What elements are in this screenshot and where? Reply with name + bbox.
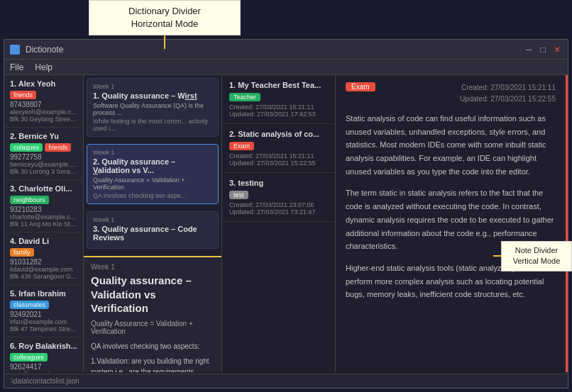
sidebar: 1. Alex Yeoh friends 87438807 alexyeoh@e… <box>4 75 84 372</box>
content-updated: Updated: 27/03/2021 15:22:55 <box>460 94 556 105</box>
contact-email: lidavid@example.com <box>10 266 77 273</box>
contact-tag: family <box>10 248 34 257</box>
list-item-title: 2. Static analysis of co... <box>229 130 328 138</box>
card-title: 3. Quality assurance – Code Reviews <box>93 225 212 242</box>
contact-phone: 87438807 <box>10 101 77 108</box>
card-subtitle: Quality Assurance = Validation + Verific… <box>93 177 212 191</box>
content-panel: Exam Created: 27/03/2021 15:21:11 Update… <box>336 75 568 372</box>
card-subtitle: Software Quality Assurance (QA) is the p… <box>93 102 212 116</box>
contact-name: 5. Irfan Ibrahim <box>10 289 77 298</box>
contact-item-1[interactable]: 1. Alex Yeoh friends 87438807 alexyeoh@e… <box>4 75 83 128</box>
menu-file[interactable]: File <box>10 62 23 72</box>
contact-address: Blk 47 Tampines Stre... <box>10 325 77 332</box>
menu-help[interactable]: Help <box>35 62 53 72</box>
card-2[interactable]: Week 1 2. Quality assurance – Validation… <box>87 144 219 204</box>
title-bar-controls: ─ □ ✕ <box>524 45 562 55</box>
expanded-subtitle: Quality Assurance = Validation + Verific… <box>91 320 214 335</box>
annotation-banner: Dictionary Divider Horizontal Mode <box>89 0 241 35</box>
minimize-button[interactable]: ─ <box>524 45 534 55</box>
list-item-created: Created: 27/03/2021 23:07:06 <box>229 201 328 208</box>
contact-phone: 92492021 <box>10 310 77 318</box>
close-button[interactable]: ✕ <box>552 45 562 55</box>
list-item-tag: Teacher <box>229 93 260 101</box>
contact-item-3[interactable]: 3. Charlotte Oli... neighbours 93210283 … <box>4 180 83 233</box>
card-title: 1. Quality assurance – Wirst <box>93 91 212 100</box>
contact-address: Blk 30 Lorong 3 Seran... <box>10 168 77 175</box>
app-title: Dictionote <box>26 45 63 55</box>
list-item-tag: test <box>229 191 248 199</box>
contact-item-6[interactable]: 6. Roy Balakrish... colleagues 92624417 … <box>4 337 83 372</box>
contact-phone: 91031282 <box>10 258 77 266</box>
contact-phone: 99272758 <box>10 153 77 161</box>
app-icon <box>10 45 20 55</box>
contact-address: Blk 30 Geylang Street... <box>10 116 77 123</box>
expanded-title: Quality assurance –Validation vs Verific… <box>91 274 214 315</box>
expanded-body-2: 1.Validation: are you building the right… <box>91 356 214 373</box>
contact-tag: colleagues <box>10 353 48 362</box>
list-item-updated: Updated: 27/03/2021 17:42:53 <box>229 111 328 118</box>
contact-address: Blk 11 Ang Mo Kio St... <box>10 220 77 228</box>
card-title: 2. Quality assurance – Validation vs V..… <box>93 157 212 174</box>
content-para-1: Static analysis of code can find useful … <box>346 112 556 178</box>
maximize-button[interactable]: □ <box>538 45 548 55</box>
content-header: Exam Created: 27/03/2021 15:21:11 Update… <box>346 82 556 105</box>
list-item-updated: Updated: 27/03/2021 15:22:55 <box>229 159 328 167</box>
expanded-card: Week 1 Quality assurance –Validation vs … <box>84 256 221 372</box>
contact-phone: 92624417 <box>10 363 77 371</box>
expanded-body-1: QA involves checking two aspects: <box>91 341 214 352</box>
contact-tag: friends <box>10 91 36 99</box>
card-preview: While testing is the most comm... activi… <box>93 118 212 132</box>
card-preview: QA involves checking two aspe... <box>93 192 212 199</box>
list-item-created: Created: 27/03/2021 15:21:11 <box>229 152 328 159</box>
contact-item-5[interactable]: 5. Irfan Ibrahim classmates 92492021 irf… <box>4 285 83 337</box>
contact-email: royb@example.com <box>10 371 77 372</box>
card-week: Week 1 <box>93 216 212 223</box>
contact-email: berniceyu@example.c... <box>10 161 77 168</box>
contact-tag: classmates <box>10 301 49 309</box>
main-content: 1. Alex Yeoh friends 87438807 alexyeoh@e… <box>4 75 568 372</box>
list-item-title: 1. My Teacher Best Tea... <box>229 81 328 89</box>
title-bar-left: Dictionote <box>10 45 63 55</box>
contact-tag: neighbours <box>10 196 49 204</box>
list-item-updated: Updated: 27/03/2021 73:21:47 <box>229 208 328 215</box>
cards-section: Week 1 1. Quality assurance – Wirst Soft… <box>84 75 222 372</box>
annotation-note: Note Divider Vertical Mode <box>501 241 572 271</box>
contact-tag-2: friends <box>45 143 71 152</box>
card-week: Week 1 <box>93 149 212 156</box>
contact-phone: 93210283 <box>10 206 77 213</box>
contact-item-2[interactable]: 2. Bernice Yu colaques friends 99272758 … <box>4 128 83 180</box>
contact-address: Blk 436 Serangoon G... <box>10 273 77 280</box>
contact-name: 4. David Li <box>10 237 77 245</box>
contact-email: irfan@example.com <box>10 318 77 325</box>
list-item-tag: Exam <box>229 142 254 150</box>
card-3[interactable]: Week 1 3. Quality assurance – Code Revie… <box>87 211 219 249</box>
divider-indicator <box>164 35 165 49</box>
card-week: Week 1 <box>93 83 212 90</box>
list-item-created: Created: 27/03/2021 15:21:11 <box>229 103 328 111</box>
contact-name: 2. Bernice Yu <box>10 132 77 140</box>
card-1[interactable]: Week 1 1. Quality assurance – Wirst Soft… <box>87 78 219 137</box>
list-item-title: 3. testing <box>229 179 328 187</box>
expanded-week: Week 1 <box>91 263 214 271</box>
list-item-2[interactable]: 2. Static analysis of co... Exam Created… <box>222 124 335 173</box>
content-body: Static analysis of code can find useful … <box>346 112 556 301</box>
contact-name: 3. Charlotte Oli... <box>10 184 77 193</box>
status-bar: \data\contactslist.json <box>4 374 568 388</box>
list-item-1[interactable]: 1. My Teacher Best Tea... Teacher Create… <box>222 75 335 124</box>
list-section: 1. My Teacher Best Tea... Teacher Create… <box>222 75 336 372</box>
contact-email: charlotte@example.c... <box>10 213 77 220</box>
title-bar: Dictionote ─ □ ✕ <box>4 40 568 60</box>
contact-name: 6. Roy Balakrish... <box>10 342 77 350</box>
contact-name: 1. Alex Yeoh <box>10 79 77 88</box>
menu-bar: File Help <box>4 60 568 75</box>
contact-item-4[interactable]: 4. David Li family 91031282 lidavid@exam… <box>4 233 83 285</box>
content-tag: Exam <box>346 82 375 91</box>
status-text: \data\contactslist.json <box>11 377 79 385</box>
content-dates: Created: 27/03/2021 15:21:11 Updated: 27… <box>460 82 556 105</box>
content-created: Created: 27/03/2021 15:21:11 <box>460 82 556 94</box>
contact-tag: colaques <box>10 143 43 152</box>
app-window: Dictionote ─ □ ✕ File Help 1. Alex Yeoh … <box>4 39 568 388</box>
list-item-3[interactable]: 3. testing test Created: 27/03/2021 23:0… <box>222 173 335 222</box>
contact-email: alexyeoh@example.c... <box>10 108 77 116</box>
